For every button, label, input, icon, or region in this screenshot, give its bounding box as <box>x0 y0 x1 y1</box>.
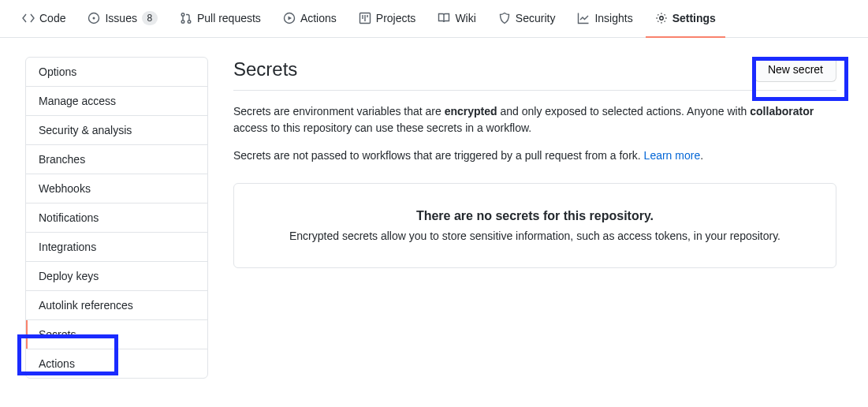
book-icon <box>438 12 450 24</box>
play-icon <box>283 12 296 24</box>
sidebar-item-deploy-keys[interactable]: Deploy keys <box>26 262 207 291</box>
svg-point-2 <box>181 13 184 16</box>
sidebar-item-label: Security & analysis <box>39 124 132 136</box>
sidebar-item-autolink-references[interactable]: Autolink references <box>26 291 207 320</box>
tab-settings[interactable]: Settings <box>646 0 725 38</box>
issues-count-badge: 8 <box>142 11 158 25</box>
tab-label: Code <box>39 12 65 24</box>
sidebar-item-label: Branches <box>39 153 85 166</box>
tab-issues[interactable]: Issues 8 <box>78 0 166 38</box>
shield-icon <box>498 12 511 24</box>
sidebar-item-label: Autolink references <box>39 299 133 312</box>
empty-title: There are no secrets for this repository… <box>259 209 810 223</box>
sidebar-item-label: Manage access <box>39 95 116 107</box>
sidebar-item-notifications[interactable]: Notifications <box>26 204 207 233</box>
sidebar-item-label: Integrations <box>39 241 96 253</box>
sidebar-item-manage-access[interactable]: Manage access <box>26 87 207 116</box>
issue-icon <box>88 12 100 24</box>
tab-label: Pull requests <box>197 12 261 24</box>
new-secret-button[interactable]: New secret <box>754 57 836 82</box>
sidebar-item-security-analysis[interactable]: Security & analysis <box>26 116 207 145</box>
tab-label: Security <box>516 12 556 24</box>
secrets-description-1: Secrets are environment variables that a… <box>233 103 836 136</box>
git-pull-request-icon <box>180 12 192 24</box>
repo-nav: Code Issues 8 Pull requests Actions Proj… <box>0 0 868 38</box>
tab-insights[interactable]: Insights <box>568 0 642 38</box>
empty-description: Encrypted secrets allow you to store sen… <box>259 230 810 242</box>
tab-label: Actions <box>300 12 337 24</box>
learn-more-link[interactable]: Learn more <box>644 149 701 162</box>
empty-secrets-panel: There are no secrets for this repository… <box>233 183 836 268</box>
svg-point-7 <box>659 16 662 19</box>
svg-point-4 <box>188 20 191 23</box>
tab-pull-requests[interactable]: Pull requests <box>170 0 270 38</box>
graph-icon <box>577 12 590 24</box>
sidebar-item-label: Secrets <box>39 328 76 341</box>
page-title: Secrets <box>233 58 297 80</box>
svg-point-3 <box>181 20 184 23</box>
tab-label: Settings <box>672 12 716 24</box>
sidebar-item-branches[interactable]: Branches <box>26 145 207 174</box>
tab-label: Wiki <box>455 12 475 24</box>
settings-layout: Options Manage access Security & analysi… <box>0 38 868 398</box>
sidebar-item-label: Options <box>39 65 76 78</box>
sidebar-item-label: Webhooks <box>39 182 91 195</box>
secrets-description-2: Secrets are not passed to workflows that… <box>233 147 836 164</box>
tab-projects[interactable]: Projects <box>349 0 426 38</box>
project-icon <box>359 12 371 24</box>
sidebar-item-label: Actions <box>39 357 75 370</box>
tab-label: Insights <box>594 12 632 24</box>
svg-point-1 <box>93 17 95 19</box>
main-header: Secrets New secret <box>233 57 836 91</box>
sidebar-item-actions[interactable]: Actions <box>26 349 207 378</box>
gear-icon <box>655 12 668 24</box>
tab-label: Issues <box>105 12 136 24</box>
tab-security[interactable]: Security <box>489 0 565 38</box>
sidebar-item-options[interactable]: Options <box>26 58 207 87</box>
tab-code[interactable]: Code <box>13 0 75 38</box>
tab-wiki[interactable]: Wiki <box>428 0 485 38</box>
sidebar-item-integrations[interactable]: Integrations <box>26 233 207 262</box>
settings-sidebar: Options Manage access Security & analysi… <box>25 57 208 379</box>
main-content: Secrets New secret Secrets are environme… <box>233 57 855 268</box>
sidebar-item-label: Deploy keys <box>39 270 99 282</box>
code-icon <box>22 12 35 24</box>
tab-label: Projects <box>376 12 416 24</box>
sidebar-item-label: Notifications <box>39 211 99 224</box>
sidebar-item-webhooks[interactable]: Webhooks <box>26 174 207 204</box>
tab-actions[interactable]: Actions <box>274 0 346 38</box>
sidebar-item-secrets[interactable]: Secrets <box>26 320 207 349</box>
